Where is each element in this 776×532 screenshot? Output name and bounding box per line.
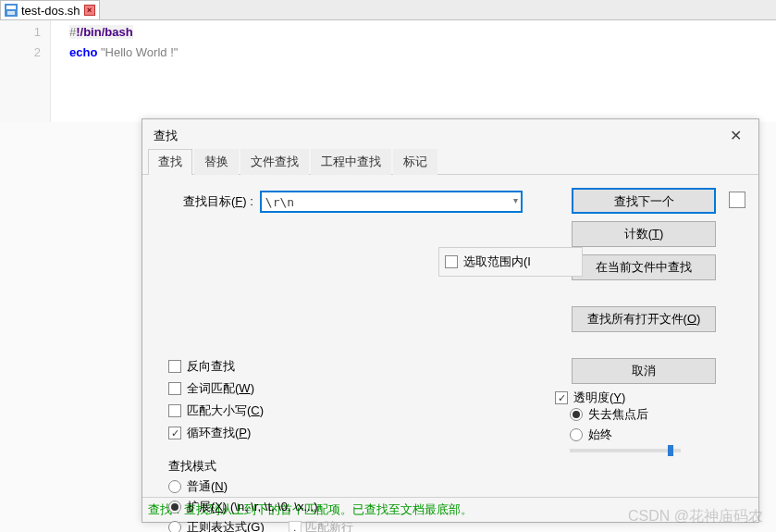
tab-find[interactable]: 查找	[148, 149, 192, 175]
search-mode-title: 查找模式	[168, 458, 446, 475]
dialog-close-button[interactable]: ✕	[724, 127, 747, 144]
find-in-current-button[interactable]: 在当前文件中查找	[572, 254, 716, 280]
trans-lostfocus-radio[interactable]	[570, 408, 583, 421]
whole-word-label: 全词匹配(W)	[187, 380, 254, 397]
line-gutter: 1 2	[0, 20, 51, 122]
slider-thumb[interactable]	[668, 445, 673, 456]
match-case-label: 匹配大小写(C)	[187, 402, 264, 419]
mode-regex-label: 正则表达式(G)	[187, 519, 265, 532]
transparency-slider[interactable]	[570, 449, 681, 452]
mode-extended-radio[interactable]	[168, 501, 181, 513]
options-group: 反向查找 全词匹配(W) 匹配大小写(C) ✓循环查找(P)	[168, 358, 264, 441]
mode-regex-radio[interactable]	[168, 521, 181, 532]
disk-icon	[5, 4, 18, 17]
tab-mark[interactable]: 标记	[393, 149, 437, 175]
svg-rect-1	[6, 6, 16, 9]
file-tab[interactable]: test-dos.sh ×	[0, 0, 100, 19]
search-mode-group: 查找模式 普通(N) 扩展(X) (\n, \r, \t, \0, \x...)…	[168, 458, 446, 532]
mode-extended-label: 扩展(X) (\n, \r, \t, \0, \x...)	[187, 499, 318, 515]
transparency-label: 透明度(Y)	[573, 390, 625, 406]
count-button[interactable]: 计数(T)	[572, 221, 716, 247]
mode-normal-label: 普通(N)	[187, 478, 228, 495]
find-target-input[interactable]	[261, 192, 522, 212]
transparency-group: ✓透明度(Y) 失去焦点后 始终	[555, 390, 721, 452]
mode-normal-radio[interactable]	[168, 480, 181, 493]
trans-lostfocus-label: 失去焦点后	[588, 406, 648, 423]
selection-range-group: 选取范围内(I	[438, 247, 583, 277]
tab-find-in-projects[interactable]: 工程中查找	[311, 149, 391, 175]
selection-range-label: 选取范围内(I	[463, 254, 531, 270]
button-column: 查找下一个 计数(T) 在当前文件中查找 查找所有打开文件(O) 取消	[572, 188, 716, 384]
tab-find-in-files[interactable]: 文件查找	[240, 149, 309, 175]
file-tab-bar: test-dos.sh ×	[0, 0, 776, 20]
line-number: 2	[0, 43, 41, 63]
code-area[interactable]: #!/bin/bash echo "Hello World !"	[51, 20, 178, 122]
match-newline-checkbox[interactable]: .	[289, 521, 302, 532]
trans-always-radio[interactable]	[570, 428, 583, 441]
selection-range-checkbox[interactable]	[445, 255, 458, 268]
wrap-checkbox[interactable]: ✓	[168, 427, 181, 439]
match-case-checkbox[interactable]	[168, 404, 181, 417]
backward-checkbox[interactable]	[168, 360, 181, 373]
dialog-title: 查找	[154, 128, 178, 144]
dialog-body: 查找目标(F) : ▾ 查找下一个 计数(T) 在当前文件中查找 查找所有打开文…	[142, 175, 758, 497]
match-newline-label: 匹配新行	[305, 519, 353, 532]
find-in-open-button[interactable]: 查找所有打开文件(O)	[572, 306, 716, 332]
dialog-title-bar: 查找 ✕	[142, 119, 758, 148]
dialog-tab-strip: 查找 替换 文件查找 工程中查找 标记	[142, 148, 758, 175]
trans-always-label: 始终	[588, 427, 612, 443]
find-next-button[interactable]: 查找下一个	[572, 188, 716, 214]
code-editor[interactable]: 1 2 #!/bin/bash echo "Hello World !"	[0, 20, 776, 122]
svg-rect-2	[7, 11, 15, 15]
close-icon[interactable]: ×	[84, 5, 95, 16]
wrap-label: 循环查找(P)	[187, 425, 251, 441]
find-dialog: 查找 ✕ 查找 替换 文件查找 工程中查找 标记 查找目标(F) : ▾ 查找下…	[142, 118, 759, 523]
tab-replace[interactable]: 替换	[194, 149, 239, 175]
transparency-checkbox[interactable]: ✓	[555, 391, 568, 404]
backward-label: 反向查找	[187, 358, 235, 375]
cancel-button[interactable]: 取消	[572, 358, 716, 384]
find-target-label: 查找目标(F) :	[183, 193, 253, 210]
file-tab-name: test-dos.sh	[21, 4, 80, 18]
line-number: 1	[0, 22, 41, 43]
extra-checkbox[interactable]	[729, 192, 745, 208]
whole-word-checkbox[interactable]	[168, 382, 181, 395]
